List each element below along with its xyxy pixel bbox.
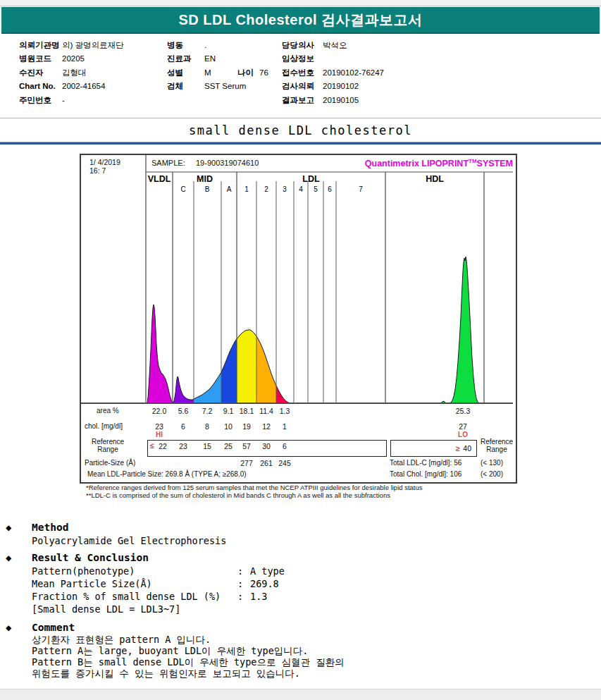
- total-chol: Total Chol. [mg/dl]: 106: [390, 470, 461, 478]
- diamond-bullet-icon: ◆: [6, 522, 32, 533]
- total-chol-reference: (< 200): [481, 470, 503, 478]
- ref-value-hdl: 40: [463, 441, 476, 456]
- electrophoresis-curve: [147, 257, 484, 403]
- group-label-vldl: VLDL: [146, 174, 173, 184]
- field-label: 성별: [167, 66, 204, 80]
- field-value: M: [204, 66, 237, 80]
- field-value: 의) 광명의료재단: [62, 39, 124, 52]
- result-row: Fraction % of small dense LDL (%):1.3: [32, 591, 267, 602]
- brand-logo: Quantimetrix LIPOPRINTTMSYSTEM: [365, 158, 513, 168]
- diamond-bullet-icon: ◆: [6, 552, 32, 563]
- run-time: 16: 7: [89, 166, 106, 175]
- ref-value: 6: [273, 442, 296, 450]
- reference-label-line: Range: [87, 446, 129, 453]
- field-label: 병원코드: [19, 52, 62, 66]
- field-label: 임상정보: [282, 52, 323, 66]
- divider-line: [0, 118, 601, 118]
- chol-value: 23: [148, 422, 171, 431]
- reference-range-left-label: Reference Range: [87, 438, 129, 453]
- field-label: Chart No.: [19, 80, 62, 93]
- comment-title: Comment: [32, 622, 75, 633]
- reference-label-line: Range: [479, 446, 514, 453]
- result-value: 269.8: [250, 578, 279, 589]
- field-label: 수진자: [19, 66, 62, 80]
- area-value-hdl: 25.3: [452, 407, 474, 415]
- group-label-mid: MID: [173, 174, 237, 184]
- sample-id: 19-900319074610: [196, 159, 259, 167]
- report-title-bar: SD LDL Cholesterol 검사결과보고서: [1, 7, 600, 34]
- result-note: [Small dense LDL = LDL3~7]: [32, 603, 180, 615]
- flag-hi: HI: [148, 431, 171, 438]
- field-value: 20190105: [323, 94, 359, 107]
- comment-heading: ◆Comment: [6, 620, 75, 634]
- patient-info-col2: 병동. 진료과EN 성별M나이76 검체SST Serum: [167, 39, 268, 94]
- blue-rule: [0, 142, 601, 145]
- group-label-hdl: HDL: [385, 174, 484, 184]
- area-row-label: area %: [97, 407, 119, 415]
- patient-row: 검체SST Serum: [167, 80, 268, 93]
- report-title: SD LDL Cholesterol 검사결과보고서: [1, 7, 600, 32]
- ref-value: 23: [172, 442, 194, 450]
- area-value: 22.0: [148, 407, 171, 415]
- field-value: 20190102-76247: [323, 66, 384, 80]
- sample-label: SAMPLE:: [151, 159, 185, 167]
- field-label: 주민번호: [19, 94, 62, 107]
- area-value: 5.6: [172, 407, 194, 415]
- field-value: 76: [259, 66, 268, 80]
- patient-row: Chart No.2002-41654: [19, 80, 124, 93]
- particle-size-label: Particle-Size (Å): [85, 459, 135, 467]
- field-value: 20205: [62, 52, 85, 66]
- bottom-window-strip: [0, 689, 601, 700]
- subband-label: B: [200, 185, 214, 193]
- subband-label: 3: [278, 185, 292, 193]
- result-row: Mean Particle Size(Å):269.8: [32, 578, 279, 589]
- chol-value: 1: [273, 422, 296, 431]
- patient-row: 의뢰기관명의) 광명의료재단: [19, 39, 124, 52]
- field-value: 박석오: [323, 39, 347, 52]
- vldl-fill: [147, 257, 484, 403]
- result-colon: :: [237, 565, 250, 577]
- field-label: 의뢰기관명: [19, 39, 62, 52]
- field-label: 진료과: [167, 52, 204, 66]
- method-heading: ◆Method: [6, 520, 68, 534]
- group-label-ldl: LDL: [237, 174, 385, 184]
- subband-label: A: [222, 185, 236, 193]
- result-colon: :: [237, 578, 250, 589]
- lipoprint-chart: 1/ 4/2019 16: 7 SAMPLE: 19-900319074610 …: [80, 154, 517, 484]
- report-page: SD LDL Cholesterol 검사결과보고서 의뢰기관명의) 광명의료재…: [0, 0, 601, 700]
- ref-value: 15: [196, 442, 218, 450]
- patient-info-col1: 의뢰기관명의) 광명의료재단 병원코드20205 수진자김형대 Chart No…: [19, 39, 124, 107]
- field-value: 2002-41654: [62, 80, 105, 93]
- field-label: 담당의사: [282, 39, 323, 52]
- method-value: Polyacrylamide Gel Electrophoresis: [32, 535, 226, 546]
- field-value: 김형대: [62, 66, 87, 80]
- curve-band-fills: [147, 257, 484, 403]
- result-name: Mean Particle Size(Å): [32, 578, 237, 589]
- field-value: SST Serum: [204, 80, 246, 93]
- patient-row: 성별M나이76: [167, 66, 268, 80]
- method-title: Method: [32, 522, 68, 533]
- subband-label: 7: [354, 185, 368, 193]
- mean-particle-size: Mean LDL-Particle Size: 269.8 Å (TYPE A;…: [87, 470, 247, 478]
- result-name: Fraction % of small dense LDL (%): [32, 591, 237, 602]
- lipoprint-chart-canvas: [81, 155, 513, 479]
- reference-range-box-hdl: ≥ 40: [390, 440, 477, 457]
- brand-main: Quantimetrix LIPOPRINT: [365, 159, 469, 168]
- result-colon: :: [237, 591, 250, 602]
- run-date: 1/ 4/2019: [89, 158, 120, 166]
- field-label: 검체: [167, 80, 204, 93]
- ref-value: 22: [151, 442, 174, 450]
- area-value: 7.2: [196, 407, 218, 415]
- field-value: -: [62, 94, 65, 107]
- patient-row: 병동.: [167, 39, 268, 52]
- patient-row: 접수번호20190102-76247: [282, 66, 384, 80]
- result-heading: ◆Result & Conclusion: [6, 551, 149, 564]
- subband-label: C: [176, 185, 190, 193]
- patient-row: 담당의사박석오: [282, 39, 384, 52]
- result-value: A type: [250, 565, 285, 577]
- chol-value: 6: [172, 422, 194, 431]
- top-window-strip: [0, 0, 601, 6]
- chart-footnote-1: *Reference ranges derived from 125 serum…: [86, 484, 423, 491]
- comment-line: 위험도를 증가시킬 수 있는 위험인자로 보고되고 있습니다.: [32, 668, 300, 680]
- subband-label: 4: [294, 185, 308, 193]
